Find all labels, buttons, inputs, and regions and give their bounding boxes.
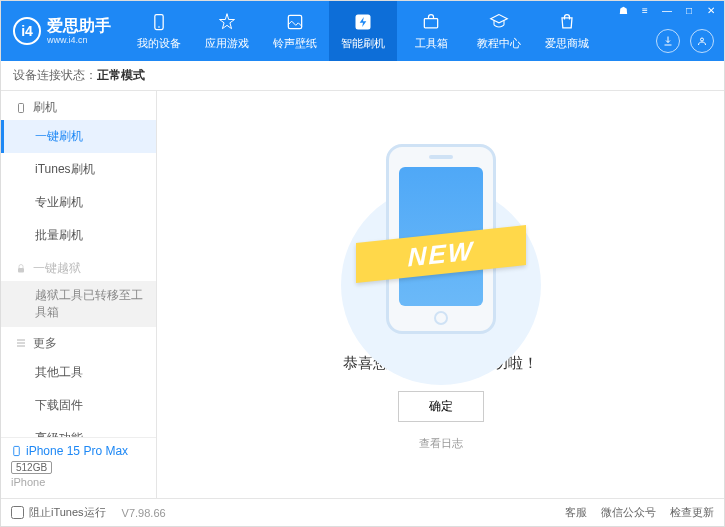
footer-check-update[interactable]: 检查更新 [670, 505, 714, 520]
app-logo: i4 爱思助手 www.i4.cn [1, 17, 125, 45]
sidebar-item-jailbreak-note: 越狱工具已转移至工具箱 [1, 281, 156, 327]
sidebar-section-flash[interactable]: 刷机 [1, 91, 156, 120]
sidebar-item-oneclick-flash[interactable]: 一键刷机 [1, 120, 156, 153]
app-url: www.i4.cn [47, 35, 111, 45]
svg-rect-6 [19, 103, 24, 112]
maximize-icon[interactable]: □ [682, 5, 696, 16]
download-button[interactable] [656, 29, 680, 53]
app-name: 爱思助手 [47, 17, 111, 35]
footer-wechat[interactable]: 微信公众号 [601, 505, 656, 520]
close-icon[interactable]: ✕ [704, 5, 718, 16]
phone-illustration: NEW [366, 139, 516, 339]
status-value: 正常模式 [97, 67, 145, 84]
nav-store[interactable]: 爱思商城 [533, 1, 601, 61]
new-badge: NEW [356, 225, 526, 283]
device-status-bar: 设备连接状态：正常模式 [1, 61, 724, 91]
view-log-link[interactable]: 查看日志 [419, 436, 463, 451]
device-info: iPhone 15 Pro Max 512GB iPhone [1, 437, 156, 498]
svg-point-1 [158, 26, 160, 28]
nav-my-device[interactable]: 我的设备 [125, 1, 193, 61]
footer-service[interactable]: 客服 [565, 505, 587, 520]
svg-point-5 [701, 38, 704, 41]
sidebar-item-other-tools[interactable]: 其他工具 [1, 356, 156, 389]
sidebar-section-more[interactable]: 更多 [1, 327, 156, 356]
device-storage: 512GB [11, 461, 52, 474]
nav-apps-games[interactable]: 应用游戏 [193, 1, 261, 61]
svg-rect-8 [14, 446, 20, 455]
nav-tutorial[interactable]: 教程中心 [465, 1, 533, 61]
menu-icon[interactable]: ≡ [638, 5, 652, 16]
nav-ringtone-wallpaper[interactable]: 铃声壁纸 [261, 1, 329, 61]
version-label: V7.98.66 [122, 507, 166, 519]
sidebar-item-advanced[interactable]: 高级功能 [1, 422, 156, 437]
svg-rect-4 [424, 18, 437, 27]
sidebar-item-pro-flash[interactable]: 专业刷机 [1, 186, 156, 219]
logo-icon: i4 [13, 17, 41, 45]
lock-icon[interactable]: ☗ [616, 5, 630, 16]
minimize-icon[interactable]: — [660, 5, 674, 16]
sidebar-item-itunes-flash[interactable]: iTunes刷机 [1, 153, 156, 186]
sidebar-item-batch-flash[interactable]: 批量刷机 [1, 219, 156, 252]
nav-smart-flash[interactable]: 智能刷机 [329, 1, 397, 61]
user-button[interactable] [690, 29, 714, 53]
sidebar-section-jailbreak: 一键越狱 [1, 252, 156, 281]
ok-button[interactable]: 确定 [398, 391, 484, 422]
sidebar-item-download-firmware[interactable]: 下载固件 [1, 389, 156, 422]
block-itunes-checkbox[interactable]: 阻止iTunes运行 [11, 505, 106, 520]
device-name[interactable]: iPhone 15 Pro Max [11, 444, 146, 458]
svg-rect-7 [18, 268, 24, 273]
device-type: iPhone [11, 476, 146, 488]
nav-toolbox[interactable]: 工具箱 [397, 1, 465, 61]
